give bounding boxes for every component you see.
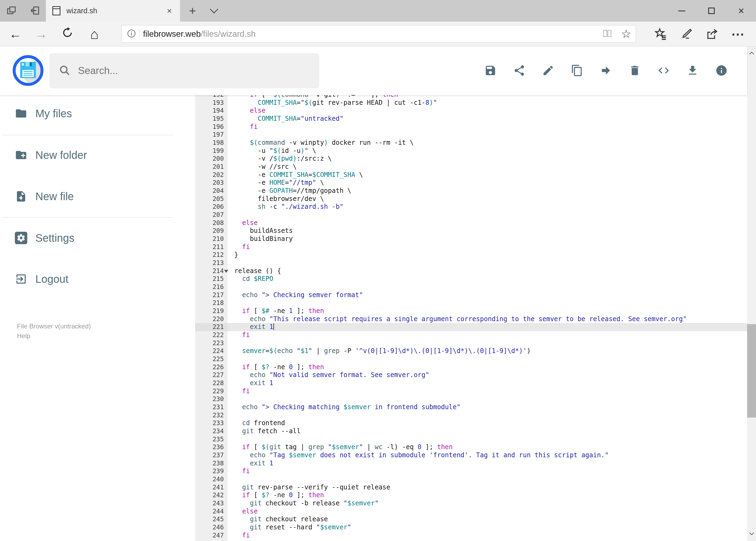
move-button[interactable]: [591, 55, 620, 87]
code-line[interactable]: 231 echo "> Checking matching $semver in…: [189, 403, 747, 411]
code-line[interactable]: 193 COMMIT_SHA="$(git rev-parse HEAD | c…: [189, 99, 747, 107]
sidebar-item-logout[interactable]: Logout: [0, 266, 178, 292]
code-line[interactable]: 198 $(command -v winpty) docker run --rm…: [189, 139, 747, 147]
hub-favorites-button[interactable]: [648, 22, 673, 46]
add-favorite-button[interactable]: ☆: [617, 26, 635, 42]
code-line[interactable]: 205 filebrowser/dev \: [189, 195, 747, 203]
code-line[interactable]: 233 cd frontend: [189, 419, 747, 427]
code-line[interactable]: 199 -u "$(id -u)" \: [189, 147, 747, 155]
sidebar-item-new-file[interactable]: New file: [0, 183, 178, 210]
home-button[interactable]: ⌂: [82, 22, 107, 46]
web-notes-button[interactable]: [674, 22, 699, 46]
code-line[interactable]: 224 semver=$(echo "$1" | grep -P '^v(0|[…: [189, 347, 747, 355]
code-line[interactable]: 216: [189, 283, 747, 291]
refresh-button[interactable]: [55, 22, 80, 46]
save-button[interactable]: [476, 55, 505, 87]
code-line[interactable]: 211 fi: [189, 243, 747, 251]
code-line[interactable]: 234 git fetch --all: [189, 427, 747, 435]
reading-view-button[interactable]: [598, 26, 617, 42]
code-line[interactable]: 217 echo "> Checking semver format": [189, 291, 747, 299]
code-line[interactable]: 232: [189, 411, 747, 419]
more-options-button[interactable]: ⋯: [725, 22, 750, 46]
maximize-button[interactable]: [697, 0, 726, 22]
filebrowser-logo[interactable]: [13, 55, 44, 86]
code-line[interactable]: 238 exit 1: [189, 459, 747, 467]
tab-preview-button[interactable]: [0, 0, 23, 22]
forward-button[interactable]: →: [29, 22, 54, 46]
minimize-button[interactable]: [667, 0, 697, 22]
tab-list-dropdown-button[interactable]: [205, 0, 223, 22]
code-line[interactable]: 228 exit 1: [189, 379, 747, 387]
browser-tab[interactable]: wizard.sh ×: [46, 0, 180, 22]
back-button[interactable]: ←: [3, 22, 28, 46]
code-line[interactable]: 226 if [ $? -ne 0 ]; then: [189, 363, 747, 371]
search-input[interactable]: Search...: [49, 53, 319, 88]
code-line[interactable]: 207: [189, 211, 747, 219]
new-tab-button[interactable]: +: [183, 0, 202, 22]
code-line[interactable]: 195 COMMIT_SHA="untracked": [189, 115, 747, 123]
url-field[interactable]: filebrowser.web/files/wizard.sh ☆: [122, 25, 636, 43]
sidebar-item-my-files[interactable]: My files: [0, 100, 178, 127]
code-line[interactable]: 197: [189, 131, 747, 139]
code-line[interactable]: 221 exit 1: [189, 323, 747, 331]
page-scrollbar[interactable]: [747, 46, 756, 541]
code-line[interactable]: 243 git checkout -b release "$semver": [189, 499, 747, 507]
close-window-button[interactable]: ×: [726, 0, 756, 22]
code-line[interactable]: 196 fi: [189, 123, 747, 131]
code-line[interactable]: 213: [189, 259, 747, 267]
code-line[interactable]: 225: [189, 355, 747, 363]
code-line[interactable]: 246 git reset --hard "$semver": [189, 523, 747, 532]
help-link[interactable]: Help: [17, 332, 30, 340]
code-line[interactable]: 214release () {: [189, 267, 747, 275]
code-line[interactable]: 219 if [ $# -ne 1 ]; then: [189, 307, 747, 315]
code-line[interactable]: 230: [189, 395, 747, 403]
code-line[interactable]: 202 -e COMMIT_SHA=$COMMIT_SHA \: [189, 171, 747, 179]
code-line[interactable]: 192 if [ "$(command -v git)" != "" ]; th…: [189, 95, 747, 99]
code-line[interactable]: 212}: [189, 251, 747, 259]
sidebar-item-new-folder[interactable]: New folder: [0, 142, 178, 169]
code-line[interactable]: 220 echo "This release script requires a…: [189, 315, 747, 323]
close-tab-button[interactable]: ×: [165, 6, 173, 15]
code-line[interactable]: 229 fi: [189, 387, 747, 395]
delete-button[interactable]: [620, 55, 649, 87]
code-line[interactable]: 201 -w //src \: [189, 163, 747, 171]
code-line[interactable]: 208 else: [189, 219, 747, 227]
code-line[interactable]: 247 fi: [189, 532, 747, 540]
share-page-button[interactable]: [700, 22, 724, 46]
code-line[interactable]: 242 if [ $? -ne 0 ]; then: [189, 491, 747, 499]
site-info-icon[interactable]: [126, 29, 136, 39]
code-line[interactable]: 239 fi: [189, 467, 747, 475]
code-line[interactable]: 206 sh -c "./wizard.sh -b": [189, 203, 747, 211]
set-tabs-aside-button[interactable]: [23, 0, 46, 22]
download-button[interactable]: [678, 55, 707, 87]
code-line[interactable]: 237 echo "Tag $semver does not exist in …: [189, 451, 747, 459]
code-line[interactable]: 245 git checkout release: [189, 515, 747, 523]
sidebar-item-settings[interactable]: Settings: [0, 225, 178, 252]
editor-button[interactable]: [649, 55, 678, 87]
code-line[interactable]: 209 buildAssets: [189, 227, 747, 235]
info-button[interactable]: [707, 55, 736, 87]
code-line[interactable]: 235: [189, 435, 747, 443]
rename-button[interactable]: [534, 55, 563, 87]
copy-button[interactable]: [563, 55, 591, 87]
code-editor[interactable]: 192 if [ "$(command -v git)" != "" ]; th…: [189, 95, 747, 541]
code-line[interactable]: 223: [189, 339, 747, 347]
scroll-down-button[interactable]: [747, 529, 756, 539]
code-line[interactable]: 218: [189, 299, 747, 307]
scroll-up-button[interactable]: [747, 49, 756, 58]
fold-arrow-icon[interactable]: [224, 270, 228, 273]
code-line[interactable]: 240: [189, 475, 747, 483]
code-line[interactable]: 194 else: [189, 107, 747, 115]
code-line[interactable]: 244 else: [189, 507, 747, 516]
code-line[interactable]: 241 git rev-parse --verify --quiet relea…: [189, 483, 747, 492]
code-line[interactable]: 215 cd $REPO: [189, 275, 747, 283]
scrollbar-thumb[interactable]: [747, 324, 756, 417]
code-line[interactable]: 222 fi: [189, 331, 747, 339]
share-button[interactable]: [505, 55, 534, 87]
code-line[interactable]: 200 -v /$(pwd):/src:z \: [189, 155, 747, 163]
code-line[interactable]: 236 if [ $(git tag | grep "$semver" | wc…: [189, 443, 747, 451]
code-line[interactable]: 210 buildBinary: [189, 235, 747, 243]
code-line[interactable]: 203 -e HOME="//tmp" \: [189, 179, 747, 187]
code-line[interactable]: 227 echo "Not valid semver format. See s…: [189, 371, 747, 379]
code-line[interactable]: 204 -e GOPATH=//tmp/gopath \: [189, 187, 747, 195]
